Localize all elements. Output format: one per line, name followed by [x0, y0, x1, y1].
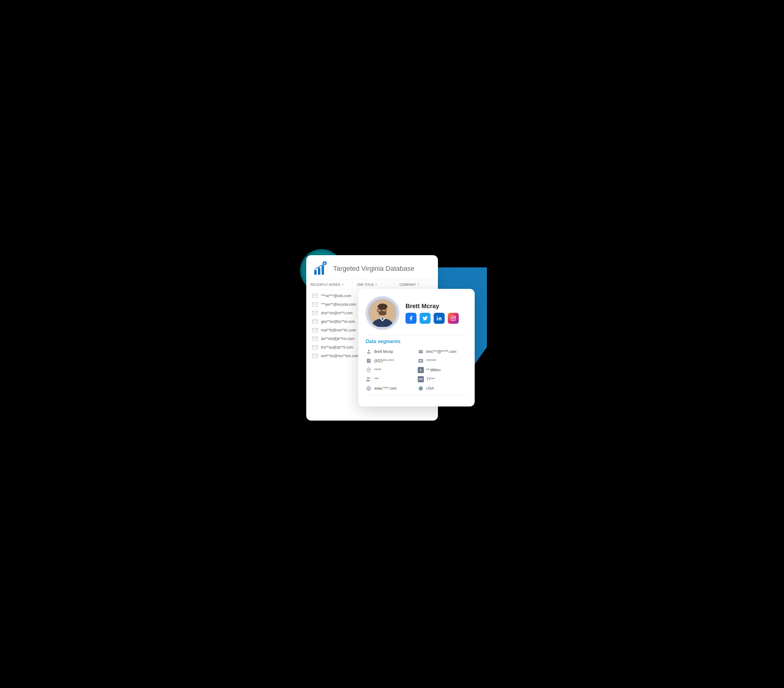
data-segments-title: Data segments	[366, 339, 467, 344]
phone-value: (832)***-****	[374, 359, 394, 363]
data-item-zip: ZIP 77***	[418, 376, 467, 382]
envelope-icon	[312, 311, 318, 315]
data-item-location: *****	[366, 367, 415, 373]
svg-point-24	[368, 350, 369, 351]
data-item-name: Brett Mcray	[366, 348, 415, 355]
col-recently-added[interactable]: RECENTLY ADDED ▼	[306, 280, 352, 289]
email-address: sha**on@ro**t.com	[321, 311, 353, 315]
envelope-icon	[312, 294, 318, 298]
dollar-icon: $	[418, 367, 424, 373]
data-item-country: 🌍 USA	[418, 385, 467, 391]
name-value: Brett Mcray	[374, 350, 393, 354]
email-address: da**mh@jk**rm.com	[321, 337, 355, 341]
email-address: mat**kl@me**kc.com	[321, 328, 356, 332]
svg-rect-12	[313, 354, 318, 358]
location-value: *****	[374, 368, 381, 372]
instagram-button[interactable]	[448, 313, 459, 324]
svg-point-15	[377, 304, 387, 310]
contact-card: Brett Mcray Data se	[358, 289, 475, 406]
chevron-job-title: ▼	[375, 283, 377, 286]
svg-rect-21	[451, 316, 456, 320]
envelope-icon	[312, 320, 318, 324]
email-address: emi**on@reu**ers.com	[321, 354, 359, 358]
svg-text:🌍: 🌍	[420, 388, 422, 390]
col-company[interactable]: COMPANY ▼	[395, 280, 438, 289]
svg-rect-2	[321, 266, 324, 275]
svg-text:$: $	[324, 262, 325, 265]
chevron-company: ▼	[417, 283, 420, 286]
svg-point-30	[420, 360, 421, 362]
data-item-group: ***	[366, 376, 415, 382]
svg-point-23	[455, 317, 455, 317]
avatar	[366, 296, 399, 330]
svg-point-31	[368, 369, 369, 370]
envelope-icon	[312, 337, 318, 341]
email-address: ***yer**@incorta.com	[321, 302, 356, 307]
location-icon	[366, 367, 372, 373]
divider-bottom	[366, 395, 467, 396]
chevron-recently-added: ▼	[342, 283, 344, 286]
data-item-website: www.****.com	[366, 385, 415, 391]
svg-point-22	[452, 317, 454, 319]
group-value: ***	[374, 377, 379, 381]
data-item-id: *******	[418, 358, 467, 364]
svg-rect-0	[314, 270, 317, 275]
svg-rect-10	[313, 337, 318, 341]
facebook-button[interactable]	[405, 313, 417, 324]
website-value: www.****.com	[374, 386, 397, 391]
svg-rect-25	[367, 359, 371, 363]
envelope-icon	[312, 302, 318, 307]
globe-icon	[366, 385, 372, 391]
phone-icon	[366, 358, 372, 364]
svg-rect-6	[313, 302, 318, 306]
id-icon	[418, 358, 424, 364]
envelope-icon	[312, 354, 318, 358]
dollar-value: ** Million	[426, 368, 441, 372]
social-icons	[405, 313, 467, 324]
contact-name: Brett Mcray	[405, 303, 467, 310]
linkedin-button[interactable]	[434, 313, 445, 324]
email-address: tho**as@da**il.com	[321, 345, 353, 350]
data-item-phone: (832)***-****	[366, 358, 415, 364]
data-item-email: bmc***@*****.com	[418, 348, 467, 355]
email-address: ***ne***@ods.com	[321, 294, 351, 298]
col-job-title[interactable]: JOB TITLE ▼	[352, 280, 395, 289]
contact-top: Brett Mcray	[366, 296, 467, 330]
data-item-dollar: $ ** Million	[418, 367, 467, 373]
contact-name-area: Brett Mcray	[405, 303, 467, 324]
data-grid: Brett Mcray bmc***@*****.com (832)***-**…	[366, 348, 467, 391]
group-icon	[366, 376, 372, 382]
zip-icon: ZIP	[418, 376, 424, 382]
logo-icon: $	[314, 261, 328, 276]
envelope-icon	[312, 328, 318, 332]
country-value: USA	[426, 386, 434, 391]
id-value: *******	[426, 359, 436, 363]
table-header: RECENTLY ADDED ▼ JOB TITLE ▼ COMPANY ▼	[306, 280, 438, 290]
svg-rect-8	[313, 320, 318, 323]
scene: $ Targeted Virginia Database RECENTLY AD…	[300, 249, 484, 439]
svg-rect-11	[313, 345, 318, 349]
svg-rect-5	[313, 294, 318, 298]
email-address: geo**sn@bc**el.com	[321, 320, 355, 324]
zip-value: 77***	[426, 377, 435, 381]
svg-rect-9	[313, 328, 318, 332]
twitter-button[interactable]	[420, 313, 431, 324]
svg-rect-1	[318, 267, 320, 275]
svg-point-32	[367, 377, 369, 379]
svg-rect-7	[313, 311, 318, 315]
flag-icon: 🌍	[418, 385, 424, 391]
email-icon	[418, 348, 424, 355]
card-header: $ Targeted Virginia Database	[306, 255, 438, 280]
person-icon	[366, 348, 372, 355]
envelope-icon	[312, 345, 318, 350]
svg-point-20	[437, 316, 438, 317]
database-title: Targeted Virginia Database	[333, 265, 414, 272]
email-value: bmc***@*****.com	[426, 350, 456, 354]
